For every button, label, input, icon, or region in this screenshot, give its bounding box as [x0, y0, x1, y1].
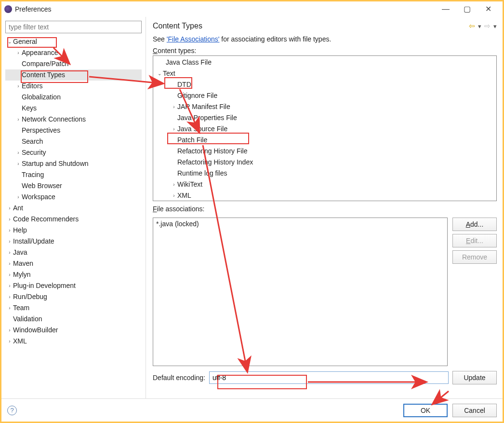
chevron-down-icon[interactable]: ⌄: [156, 68, 163, 79]
tree-item[interactable]: ·Validation: [5, 314, 142, 325]
back-menu-icon[interactable]: ▾: [478, 23, 481, 30]
chevron-right-icon[interactable]: ·: [171, 112, 177, 123]
chevron-right-icon[interactable]: ›: [171, 123, 177, 135]
content-type-item[interactable]: ·Gitignore File: [153, 90, 496, 101]
chevron-right-icon[interactable]: ›: [6, 236, 13, 247]
tree-item[interactable]: ·Tracing: [5, 169, 142, 180]
tree-item[interactable]: ›Java: [5, 247, 142, 258]
content-type-item[interactable]: ·Java Class File: [153, 57, 496, 68]
content-type-item[interactable]: ·DTD: [153, 79, 496, 90]
chevron-right-icon[interactable]: ·: [15, 125, 22, 136]
content-type-item[interactable]: ·Refactoring History File: [153, 146, 496, 157]
chevron-right-icon[interactable]: ·: [171, 79, 177, 90]
tree-item[interactable]: ›XML: [5, 336, 142, 347]
chevron-right-icon[interactable]: ·: [171, 168, 177, 179]
chevron-right-icon[interactable]: ›: [15, 81, 22, 92]
chevron-right-icon[interactable]: ·: [15, 180, 22, 191]
tree-item[interactable]: ·Web Browser: [5, 180, 142, 191]
minimize-button[interactable]: —: [439, 5, 452, 13]
tree-item[interactable]: ›Network Connections: [5, 114, 142, 125]
tree-item[interactable]: ·Content Types: [5, 69, 142, 81]
chevron-right-icon[interactable]: ›: [15, 114, 22, 125]
chevron-right-icon[interactable]: ›: [6, 336, 13, 347]
chevron-right-icon[interactable]: ·: [171, 135, 177, 146]
default-encoding-input[interactable]: [209, 371, 449, 384]
ok-button[interactable]: OK: [403, 404, 448, 417]
chevron-right-icon[interactable]: ·: [15, 136, 22, 147]
chevron-right-icon[interactable]: ·: [171, 90, 177, 101]
chevron-right-icon[interactable]: ›: [6, 247, 13, 258]
file-association-item[interactable]: *.java (locked): [156, 220, 444, 228]
file-associations-list[interactable]: *.java (locked): [153, 218, 448, 366]
maximize-button[interactable]: ▢: [460, 5, 474, 13]
chevron-right-icon[interactable]: ·: [15, 69, 22, 81]
content-type-item[interactable]: ·Java Properties File: [153, 112, 496, 123]
content-type-item[interactable]: ⌄Text: [153, 68, 496, 79]
chevron-right-icon[interactable]: ·: [159, 57, 166, 68]
tree-item[interactable]: ›Workspace: [5, 191, 142, 203]
tree-item[interactable]: ›WindowBuilder: [5, 325, 142, 336]
content-type-item[interactable]: ›Java Source File: [153, 123, 496, 135]
chevron-right-icon[interactable]: ›: [6, 325, 13, 336]
forward-icon[interactable]: ⇨: [484, 22, 491, 30]
chevron-right-icon[interactable]: ›: [6, 225, 13, 236]
chevron-right-icon[interactable]: ·: [15, 103, 22, 114]
tree-item[interactable]: ›Team: [5, 302, 142, 314]
filter-input[interactable]: [5, 21, 142, 33]
content-type-item[interactable]: ›WikiText: [153, 179, 496, 190]
tree-item[interactable]: ·Perspectives: [5, 125, 142, 136]
preferences-tree[interactable]: ⌄General›Appearance·Compare/Patch·Conten…: [5, 36, 142, 395]
chevron-right-icon[interactable]: ›: [171, 190, 177, 201]
tree-item[interactable]: ›Maven: [5, 258, 142, 269]
chevron-right-icon[interactable]: ›: [6, 214, 13, 225]
cancel-button[interactable]: Cancel: [452, 404, 497, 417]
tree-item[interactable]: ›Security: [5, 147, 142, 158]
chevron-down-icon[interactable]: ⌄: [6, 36, 13, 47]
content-type-item[interactable]: ·Refactoring History Index: [153, 157, 496, 168]
help-icon[interactable]: ?: [7, 406, 17, 415]
tree-item[interactable]: ·Compare/Patch: [5, 58, 142, 69]
tree-item[interactable]: ›Editors: [5, 81, 142, 92]
chevron-right-icon[interactable]: ›: [6, 203, 13, 214]
chevron-right-icon[interactable]: ›: [6, 258, 13, 269]
add-button[interactable]: Add...: [452, 218, 497, 231]
tree-item[interactable]: ›Appearance: [5, 47, 142, 58]
content-type-item[interactable]: ·Runtime log files: [153, 168, 496, 179]
content-type-item[interactable]: ›JAR Manifest File: [153, 101, 496, 112]
tree-item[interactable]: ·Search: [5, 136, 142, 147]
content-type-item[interactable]: ›XML: [153, 190, 496, 201]
chevron-right-icon[interactable]: ›: [6, 291, 13, 302]
file-associations-link[interactable]: 'File Associations': [167, 35, 220, 43]
tree-item[interactable]: ›Mylyn: [5, 269, 142, 280]
tree-item[interactable]: ›Install/Update: [5, 236, 142, 247]
tree-item[interactable]: ›Help: [5, 225, 142, 236]
tree-item[interactable]: ›Run/Debug: [5, 291, 142, 302]
content-types-tree[interactable]: ·Java Class File⌄Text·DTD·Gitignore File…: [153, 55, 497, 201]
forward-menu-icon[interactable]: ▾: [493, 23, 497, 30]
tree-item[interactable]: ⌄General: [5, 36, 142, 47]
tree-item[interactable]: ›Plug-in Development: [5, 280, 142, 291]
content-type-item[interactable]: ·Patch File: [153, 135, 496, 146]
close-button[interactable]: ✕: [481, 5, 495, 13]
chevron-right-icon[interactable]: ·: [15, 92, 22, 103]
chevron-right-icon[interactable]: ›: [171, 179, 177, 190]
update-button[interactable]: Update: [452, 371, 497, 384]
back-icon[interactable]: ⇦: [469, 22, 475, 30]
chevron-right-icon[interactable]: ›: [171, 101, 177, 112]
chevron-right-icon[interactable]: ·: [15, 169, 22, 180]
tree-item[interactable]: ·Keys: [5, 103, 142, 114]
chevron-right-icon[interactable]: ›: [6, 280, 13, 291]
chevron-right-icon[interactable]: ›: [15, 47, 22, 58]
chevron-right-icon[interactable]: ·: [15, 58, 22, 69]
chevron-right-icon[interactable]: ›: [6, 269, 13, 280]
chevron-right-icon[interactable]: ›: [15, 158, 22, 169]
tree-item[interactable]: ›Ant: [5, 203, 142, 214]
chevron-right-icon[interactable]: ›: [15, 191, 22, 203]
tree-item[interactable]: ›Startup and Shutdown: [5, 158, 142, 169]
chevron-right-icon[interactable]: ›: [6, 302, 13, 314]
tree-item[interactable]: ›Code Recommenders: [5, 214, 142, 225]
chevron-right-icon[interactable]: ›: [15, 147, 22, 158]
tree-item[interactable]: ·Globalization: [5, 92, 142, 103]
chevron-right-icon[interactable]: ·: [6, 314, 13, 325]
chevron-right-icon[interactable]: ·: [171, 146, 177, 157]
